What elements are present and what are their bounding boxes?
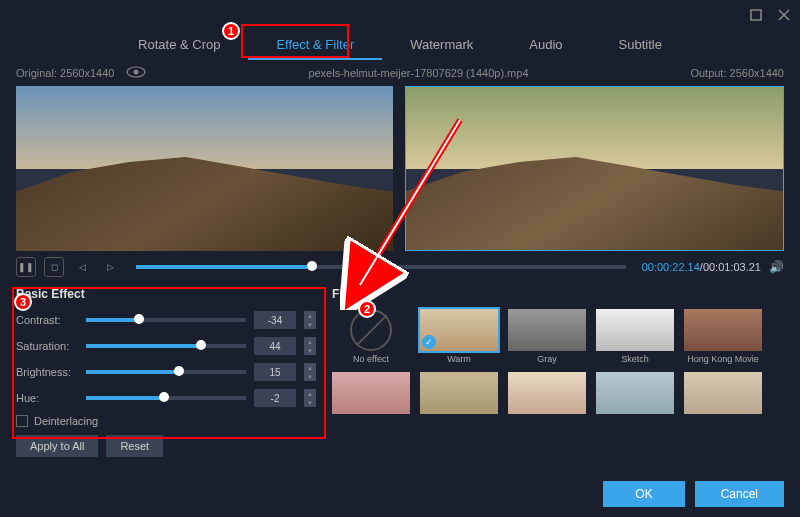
filter-thumb	[332, 372, 410, 414]
tab-watermark[interactable]: Watermark	[382, 30, 501, 60]
filename: pexels-helmut-meijer-17807629 (1440p).mp…	[308, 67, 528, 79]
spinner-up[interactable]: ▲	[304, 311, 316, 320]
spinner-down[interactable]: ▼	[304, 372, 316, 381]
preview-output	[405, 86, 784, 251]
filter-gray[interactable]: Gray	[508, 309, 586, 364]
filter-label: Warm	[447, 354, 471, 364]
annotation-badge-1: 1	[222, 22, 240, 40]
reset-button[interactable]: Reset	[106, 435, 163, 457]
close-button[interactable]	[776, 7, 792, 23]
spinner-down[interactable]: ▼	[304, 320, 316, 329]
filter-thumb	[596, 372, 674, 414]
filter-sketch[interactable]: Sketch	[596, 309, 674, 364]
filter-thumb	[508, 309, 586, 351]
ok-button[interactable]: OK	[603, 481, 684, 507]
slider-value[interactable]: -2	[254, 389, 296, 407]
maximize-button[interactable]	[748, 7, 764, 23]
filter-thumb	[508, 372, 586, 414]
info-bar: Original: 2560x1440 pexels-helmut-meijer…	[0, 60, 800, 86]
slider-row-saturation: Saturation: 44 ▲▼	[16, 337, 316, 355]
slider-label: Contrast:	[16, 314, 78, 326]
timeline[interactable]	[136, 265, 626, 269]
filter-thumb	[420, 372, 498, 414]
slider-label: Brightness:	[16, 366, 78, 378]
preview-area	[0, 86, 800, 251]
annotation-badge-3: 3	[14, 293, 32, 311]
tab-effect-filter[interactable]: Effect & Filter	[248, 30, 382, 60]
original-dimensions: Original: 2560x1440	[16, 67, 114, 79]
filter-thumb	[596, 309, 674, 351]
spinner-up[interactable]: ▲	[304, 389, 316, 398]
filter-thumb	[684, 309, 762, 351]
deinterlacing-label: Deinterlacing	[34, 415, 98, 427]
slider-track[interactable]	[86, 396, 246, 400]
volume-icon[interactable]: 🔊	[769, 260, 784, 274]
stop-button[interactable]: ◻	[44, 257, 64, 277]
output-dimensions: Output: 2560x1440	[690, 67, 784, 79]
total-time: 00:01:03.21	[703, 261, 761, 273]
filters-title: Filters	[332, 287, 784, 301]
playback-controls: ❚❚ ◻ ◁ ▷ 00:00:22.14/00:01:03.21 🔊	[0, 251, 800, 283]
basic-effect-panel: Basic Effect Contrast: -34 ▲▼Saturation:…	[16, 287, 316, 457]
spinner-up[interactable]: ▲	[304, 337, 316, 346]
time-display: 00:00:22.14/00:01:03.21	[642, 261, 761, 273]
spinner-down[interactable]: ▼	[304, 398, 316, 407]
prev-frame-button[interactable]: ◁	[72, 257, 92, 277]
filter-grid-row2	[332, 372, 784, 414]
check-icon: ✓	[422, 335, 436, 349]
filter-more-1[interactable]	[420, 372, 498, 414]
slider-label: Saturation:	[16, 340, 78, 352]
filter-label: Gray	[537, 354, 557, 364]
cancel-button[interactable]: Cancel	[695, 481, 784, 507]
filters-panel: Filters No effect✓WarmGraySketchHong Kon…	[332, 287, 784, 414]
filter-label: No effect	[353, 354, 389, 364]
tab-bar: Rotate & Crop Effect & Filter Watermark …	[0, 30, 800, 60]
slider-value[interactable]: 15	[254, 363, 296, 381]
spinner-down[interactable]: ▼	[304, 346, 316, 355]
filter-no-effect[interactable]: No effect	[332, 309, 410, 364]
apply-to-all-button[interactable]: Apply to All	[16, 435, 98, 457]
filter-more-2[interactable]	[508, 372, 586, 414]
filter-warm[interactable]: ✓Warm	[420, 309, 498, 364]
bottom-section: Basic Effect Contrast: -34 ▲▼Saturation:…	[0, 283, 800, 457]
filter-more-0[interactable]	[332, 372, 410, 414]
slider-handle[interactable]	[159, 392, 169, 402]
slider-value[interactable]: -34	[254, 311, 296, 329]
filter-hong-kong-movie[interactable]: Hong Kong Movie	[684, 309, 762, 364]
deinterlacing-row[interactable]: Deinterlacing	[16, 415, 316, 427]
timeline-handle[interactable]	[307, 261, 317, 271]
tab-audio[interactable]: Audio	[501, 30, 590, 60]
filter-more-3[interactable]	[596, 372, 674, 414]
filter-thumb	[684, 372, 762, 414]
slider-value[interactable]: 44	[254, 337, 296, 355]
slider-handle[interactable]	[174, 366, 184, 376]
slider-handle[interactable]	[196, 340, 206, 350]
slider-row-contrast: Contrast: -34 ▲▼	[16, 311, 316, 329]
svg-rect-0	[751, 10, 761, 20]
titlebar	[0, 0, 800, 30]
next-frame-button[interactable]: ▷	[100, 257, 120, 277]
filter-thumb: ✓	[420, 309, 498, 351]
filter-more-4[interactable]	[684, 372, 762, 414]
tab-subtitle[interactable]: Subtitle	[591, 30, 690, 60]
annotation-badge-2: 2	[358, 300, 376, 318]
filter-label: Hong Kong Movie	[687, 354, 759, 364]
deinterlacing-checkbox[interactable]	[16, 415, 28, 427]
slider-row-brightness: Brightness: 15 ▲▼	[16, 363, 316, 381]
current-time: 00:00:22.14	[642, 261, 700, 273]
slider-track[interactable]	[86, 370, 246, 374]
spinner-up[interactable]: ▲	[304, 363, 316, 372]
pause-button[interactable]: ❚❚	[16, 257, 36, 277]
basic-effect-title: Basic Effect	[16, 287, 316, 301]
filter-grid: No effect✓WarmGraySketchHong Kong Movie	[332, 309, 784, 364]
svg-point-4	[134, 70, 139, 75]
slider-label: Hue:	[16, 392, 78, 404]
preview-toggle-icon[interactable]	[126, 66, 146, 80]
timeline-fill	[136, 265, 307, 269]
slider-row-hue: Hue: -2 ▲▼	[16, 389, 316, 407]
footer-buttons: OK Cancel	[603, 481, 784, 507]
preview-original	[16, 86, 393, 251]
slider-track[interactable]	[86, 318, 246, 322]
slider-track[interactable]	[86, 344, 246, 348]
slider-handle[interactable]	[134, 314, 144, 324]
